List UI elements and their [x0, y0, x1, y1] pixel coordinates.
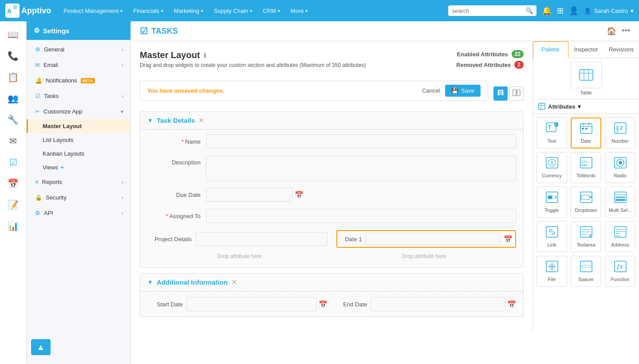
cancel-button[interactable]: Cancel — [422, 87, 440, 94]
logo[interactable]: A Apptivo — [5, 4, 51, 18]
icon-sidebar-list[interactable]: 📋 — [4, 67, 23, 87]
project-details-input[interactable] — [195, 232, 327, 246]
customize-arrow: ▾ — [121, 109, 123, 115]
attr-widget-address[interactable]: Address — [605, 221, 635, 252]
attr-widget-link[interactable]: Link — [536, 221, 567, 252]
additional-section-chevron[interactable]: ▼ — [147, 279, 153, 286]
attr-widget-dropdown[interactable]: ▾ Dropdown — [571, 187, 601, 218]
due-date-calendar-icon[interactable]: 📅 — [295, 191, 304, 199]
address-widget-icon — [614, 226, 627, 240]
attr-widget-textarea[interactable]: Textarea — [571, 221, 601, 252]
sidebar-views[interactable]: Views + — [27, 160, 130, 174]
section-additional-info-header: ▼ Additional Information ✕ — [140, 274, 523, 291]
search-box[interactable]: 🔍 — [448, 5, 536, 16]
save-button[interactable]: 💾 Save — [445, 85, 481, 97]
end-date-calendar-icon[interactable]: 📅 — [507, 300, 516, 309]
views-add-icon[interactable]: + — [60, 164, 64, 171]
towords-widget-icon: 123 ABC → — [580, 157, 592, 171]
attr-widget-text[interactable]: T + Text — [536, 117, 567, 149]
sidebar-sub-list-layouts[interactable]: List Layouts — [27, 133, 130, 147]
user-icon[interactable]: 👤 — [569, 6, 579, 16]
scroll-to-top-button[interactable]: ▲ — [31, 339, 51, 355]
sidebar-item-reports[interactable]: ≡ Reports › — [27, 174, 130, 190]
icon-sidebar-calendar[interactable]: 📅 — [4, 174, 23, 193]
nav-financials[interactable]: Financials ▾ — [128, 0, 169, 21]
start-date-calendar-icon[interactable]: 📅 — [319, 300, 327, 309]
sidebar-sub-kanban-layouts[interactable]: Kanban Layouts — [27, 147, 130, 160]
attr-widget-date[interactable]: Date — [571, 117, 601, 149]
sidebar-item-general[interactable]: ⚙ General › — [27, 42, 130, 57]
attr-widget-toggle[interactable]: Toggle — [536, 187, 567, 218]
table-icon — [579, 69, 593, 81]
canvas-area: Master Layout ℹ Drag and drop widgets to… — [131, 41, 532, 331]
nav-marketing[interactable]: Marketing ▾ — [169, 0, 209, 21]
icon-sidebar-wrench[interactable]: 🔧 — [4, 110, 23, 129]
sidebar-sub-master-layout[interactable]: Master Layout — [27, 119, 130, 133]
home-icon[interactable]: 🏠 — [607, 26, 616, 36]
icon-sidebar-notes[interactable]: 📝 — [4, 195, 23, 215]
attr-widget-radio[interactable]: Radio — [605, 152, 635, 183]
assigned-to-input[interactable] — [206, 209, 516, 223]
nav-more[interactable]: More ▾ — [285, 0, 313, 21]
name-input[interactable] — [206, 134, 516, 149]
svg-point-38 — [619, 161, 622, 164]
search-icon[interactable]: 🔍 — [525, 7, 533, 14]
date1-calendar-icon[interactable]: 📅 — [504, 235, 513, 243]
section-close-icon[interactable]: ✕ — [198, 116, 204, 125]
attr-widget-function[interactable]: ƒx Function — [605, 256, 635, 287]
end-date-input[interactable] — [371, 297, 506, 311]
svg-rect-46 — [615, 194, 625, 196]
icon-sidebar-check[interactable]: ☑ — [4, 153, 23, 172]
bell-icon[interactable]: 🔔 — [542, 6, 552, 16]
api-arrow: › — [122, 210, 123, 216]
icon-sidebar-book[interactable]: 📖 — [4, 25, 23, 44]
attr-widget-file[interactable]: File — [536, 256, 567, 287]
nav-supply-chain[interactable]: Supply Chain ▾ — [209, 0, 257, 21]
app-body: 📖 📞 📋 👥 🔧 ✉ ☑ 📅 📝 📊 ⚙ Settings ⚙ General… — [0, 21, 639, 364]
nav-product-management[interactable]: Product Management ▾ — [58, 0, 128, 21]
sidebar-item-api[interactable]: ⚙ API › — [27, 205, 130, 221]
two-col-view-button[interactable] — [509, 86, 524, 101]
radio-widget-label: Radio — [614, 173, 627, 178]
icon-sidebar-people[interactable]: 👥 — [4, 89, 23, 108]
sidebar-item-email[interactable]: ✉ Email › — [27, 57, 130, 73]
icon-sidebar-envelope[interactable]: ✉ — [4, 131, 23, 151]
tab-inspector[interactable]: Inspector — [568, 41, 604, 58]
grid-icon[interactable]: ⊞ — [557, 6, 564, 16]
svg-text:T: T — [548, 124, 552, 130]
attr-widget-multisel[interactable]: Multi Sel... — [605, 187, 635, 218]
sidebar-item-customize[interactable]: ✂ Customize App ▾ — [27, 104, 130, 119]
due-date-input[interactable] — [206, 188, 293, 202]
sidebar-section: ⚙ General › ✉ Email › 🔔 Notifications BE… — [27, 40, 130, 223]
additional-section-close-icon[interactable]: ✕ — [231, 278, 237, 286]
search-input[interactable] — [452, 8, 523, 14]
tab-palette[interactable]: Palette — [533, 41, 568, 58]
start-date-input[interactable] — [186, 297, 317, 311]
tab-revisions[interactable]: Revisions — [604, 41, 639, 58]
attr-widget-spacer[interactable]: Spacer — [571, 256, 601, 287]
date1-input[interactable] — [366, 233, 501, 245]
attr-widget-towords[interactable]: 123 ABC → ToWords — [571, 152, 601, 183]
info-icon[interactable]: ℹ — [204, 51, 206, 59]
address-widget-label: Address — [611, 242, 629, 247]
file-widget-icon — [546, 261, 558, 275]
right-palette: Palette Inspector Revisions Table — [532, 41, 639, 331]
single-col-view-button[interactable] — [493, 86, 508, 101]
nav-crm[interactable]: CRM ▾ — [257, 0, 285, 21]
sidebar-item-security[interactable]: 🔒 Security › — [27, 190, 130, 205]
section-chevron[interactable]: ▼ — [147, 117, 153, 124]
table-widget[interactable] — [571, 62, 602, 88]
icon-sidebar-phone[interactable]: 📞 — [4, 46, 23, 66]
logo-text: Apptivo — [21, 6, 51, 16]
sidebar-header: ⚙ Settings — [27, 21, 130, 40]
description-textarea[interactable] — [206, 156, 516, 181]
icon-sidebar-chart[interactable]: 📊 — [4, 216, 23, 236]
sidebar-item-tasks[interactable]: ☑ Tasks › — [27, 88, 130, 104]
gear-icon: ⚙ — [34, 27, 39, 35]
more-icon[interactable]: ••• — [622, 26, 630, 36]
user-area[interactable]: 👤 Sarah Castro ▾ — [584, 8, 634, 14]
attr-widget-currency[interactable]: $ Currency — [536, 152, 567, 183]
attr-widget-number[interactable]: 1 2 3 Number — [605, 117, 635, 149]
sidebar-item-notifications[interactable]: 🔔 Notifications BETA — [27, 73, 130, 88]
email-icon: ✉ — [35, 62, 40, 68]
